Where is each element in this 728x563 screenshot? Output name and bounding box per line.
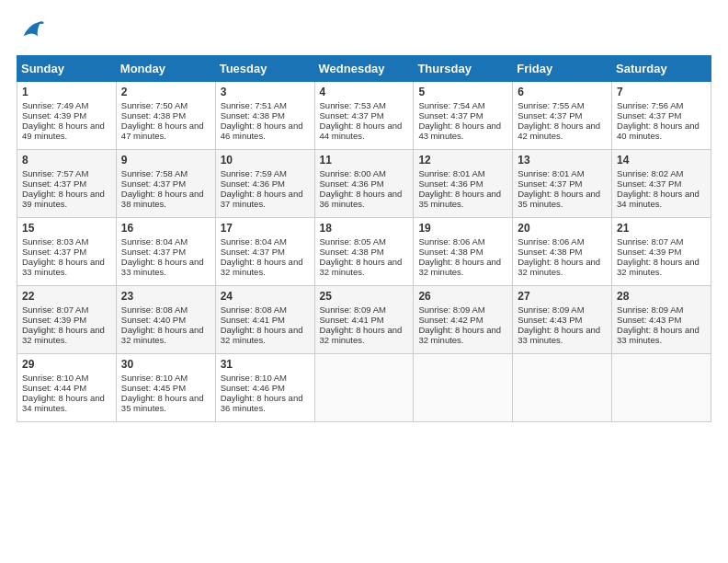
day-cell: 4Sunrise: 7:53 AMSunset: 4:37 PMDaylight…	[314, 82, 414, 150]
day-cell	[414, 354, 513, 422]
calendar-table: SundayMondayTuesdayWednesdayThursdayFrid…	[17, 55, 711, 422]
week-row-2: 8Sunrise: 7:57 AMSunset: 4:37 PMDaylight…	[17, 150, 711, 218]
page-container: SundayMondayTuesdayWednesdayThursdayFrid…	[0, 0, 728, 431]
sunrise-text: Sunrise: 8:01 AM	[418, 168, 484, 178]
sunrise-text: Sunrise: 7:56 AM	[617, 100, 683, 110]
day-cell: 7Sunrise: 7:56 AMSunset: 4:37 PMDaylight…	[612, 82, 711, 150]
sunset-text: Sunset: 4:41 PM	[221, 315, 285, 325]
sunset-text: Sunset: 4:36 PM	[320, 178, 384, 189]
day-number: 19	[418, 222, 507, 235]
sunset-text: Sunset: 4:37 PM	[617, 110, 681, 121]
header	[17, 17, 711, 42]
sunrise-text: Sunrise: 8:09 AM	[617, 304, 683, 315]
day-cell	[513, 354, 612, 422]
week-row-1: 1Sunrise: 7:49 AMSunset: 4:39 PMDaylight…	[17, 82, 711, 150]
day-header-sunday: Sunday	[17, 56, 117, 82]
day-cell: 24Sunrise: 8:08 AMSunset: 4:41 PMDayligh…	[215, 286, 314, 354]
day-cell: 27Sunrise: 8:09 AMSunset: 4:43 PMDayligh…	[513, 286, 612, 354]
day-number: 31	[221, 358, 310, 371]
day-cell: 5Sunrise: 7:54 AMSunset: 4:37 PMDaylight…	[414, 82, 513, 150]
day-number: 11	[320, 154, 409, 167]
sunrise-text: Sunrise: 7:51 AM	[221, 100, 287, 110]
day-number: 13	[518, 154, 607, 167]
daylight-text: Daylight: 8 hours and 32 minutes.	[22, 325, 105, 345]
daylight-text: Daylight: 8 hours and 40 minutes.	[617, 121, 700, 141]
week-row-3: 15Sunrise: 8:03 AMSunset: 4:37 PMDayligh…	[17, 218, 711, 286]
day-cell: 1Sunrise: 7:49 AMSunset: 4:39 PMDaylight…	[17, 82, 117, 150]
daylight-text: Daylight: 8 hours and 32 minutes.	[320, 325, 403, 345]
sunrise-text: Sunrise: 7:58 AM	[121, 168, 188, 178]
sunrise-text: Sunrise: 8:09 AM	[418, 304, 484, 315]
sunrise-text: Sunrise: 8:05 AM	[320, 236, 386, 247]
sunrise-text: Sunrise: 8:08 AM	[121, 304, 188, 315]
daylight-text: Daylight: 8 hours and 32 minutes.	[418, 325, 501, 345]
sunset-text: Sunset: 4:43 PM	[617, 315, 681, 325]
day-number: 9	[121, 154, 210, 167]
sunrise-text: Sunrise: 8:09 AM	[518, 304, 584, 315]
day-number: 10	[221, 154, 310, 167]
daylight-text: Daylight: 8 hours and 34 minutes.	[617, 189, 700, 209]
day-header-saturday: Saturday	[612, 56, 711, 82]
sunrise-text: Sunrise: 7:55 AM	[518, 100, 584, 110]
sunset-text: Sunset: 4:37 PM	[518, 178, 582, 189]
day-number: 28	[617, 290, 706, 303]
sunrise-text: Sunrise: 8:10 AM	[221, 373, 287, 383]
day-cell: 10Sunrise: 7:59 AMSunset: 4:36 PMDayligh…	[215, 150, 314, 218]
day-number: 20	[518, 222, 607, 235]
day-number: 30	[121, 358, 210, 371]
day-cell	[612, 354, 711, 422]
daylight-text: Daylight: 8 hours and 34 minutes.	[22, 393, 105, 413]
logo	[17, 17, 44, 42]
sunset-text: Sunset: 4:37 PM	[518, 110, 582, 121]
day-number: 24	[221, 290, 310, 303]
day-number: 21	[617, 222, 706, 235]
sunrise-text: Sunrise: 8:10 AM	[22, 373, 88, 383]
sunrise-text: Sunrise: 8:08 AM	[221, 304, 287, 315]
day-cell: 13Sunrise: 8:01 AMSunset: 4:37 PMDayligh…	[513, 150, 612, 218]
sunrise-text: Sunrise: 7:54 AM	[418, 100, 484, 110]
day-number: 7	[617, 86, 706, 98]
sunset-text: Sunset: 4:38 PM	[518, 247, 582, 257]
day-cell: 25Sunrise: 8:09 AMSunset: 4:41 PMDayligh…	[314, 286, 414, 354]
sunset-text: Sunset: 4:38 PM	[121, 110, 186, 121]
sunrise-text: Sunrise: 8:03 AM	[22, 236, 88, 247]
daylight-text: Daylight: 8 hours and 33 minutes.	[617, 325, 700, 345]
day-cell: 18Sunrise: 8:05 AMSunset: 4:38 PMDayligh…	[314, 218, 414, 286]
day-number: 18	[320, 222, 409, 235]
day-number: 4	[320, 86, 409, 98]
sunrise-text: Sunrise: 8:00 AM	[320, 168, 386, 178]
day-number: 8	[22, 154, 111, 167]
sunset-text: Sunset: 4:37 PM	[121, 178, 186, 189]
daylight-text: Daylight: 8 hours and 32 minutes.	[518, 257, 600, 277]
day-number: 22	[22, 290, 111, 303]
sunset-text: Sunset: 4:38 PM	[221, 110, 285, 121]
sunrise-text: Sunrise: 8:06 AM	[518, 236, 584, 247]
daylight-text: Daylight: 8 hours and 33 minutes.	[22, 257, 105, 277]
sunrise-text: Sunrise: 7:57 AM	[22, 168, 88, 178]
day-cell: 23Sunrise: 8:08 AMSunset: 4:40 PMDayligh…	[116, 286, 215, 354]
daylight-text: Daylight: 8 hours and 47 minutes.	[121, 121, 204, 141]
sunrise-text: Sunrise: 7:53 AM	[320, 100, 386, 110]
day-number: 5	[418, 86, 507, 98]
day-number: 29	[22, 358, 111, 371]
sunrise-text: Sunrise: 8:07 AM	[617, 236, 683, 247]
day-cell: 30Sunrise: 8:10 AMSunset: 4:45 PMDayligh…	[116, 354, 215, 422]
day-number: 12	[418, 154, 507, 167]
day-number: 17	[221, 222, 310, 235]
sunset-text: Sunset: 4:46 PM	[221, 383, 285, 393]
sunset-text: Sunset: 4:39 PM	[22, 315, 86, 325]
day-cell: 21Sunrise: 8:07 AMSunset: 4:39 PMDayligh…	[612, 218, 711, 286]
day-number: 25	[320, 290, 409, 303]
day-number: 14	[617, 154, 706, 167]
day-cell: 17Sunrise: 8:04 AMSunset: 4:37 PMDayligh…	[215, 218, 314, 286]
sunset-text: Sunset: 4:36 PM	[221, 178, 285, 189]
sunset-text: Sunset: 4:42 PM	[418, 315, 483, 325]
day-number: 2	[121, 86, 210, 98]
sunset-text: Sunset: 4:39 PM	[22, 110, 86, 121]
sunrise-text: Sunrise: 8:06 AM	[418, 236, 484, 247]
sunrise-text: Sunrise: 7:50 AM	[121, 100, 188, 110]
sunset-text: Sunset: 4:37 PM	[121, 247, 186, 257]
sunset-text: Sunset: 4:37 PM	[22, 247, 86, 257]
daylight-text: Daylight: 8 hours and 37 minutes.	[221, 189, 303, 209]
day-number: 15	[22, 222, 111, 235]
